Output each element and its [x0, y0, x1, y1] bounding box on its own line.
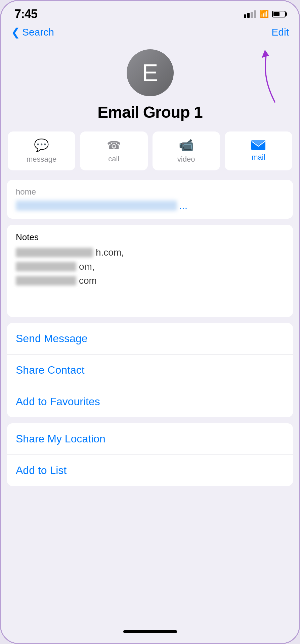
back-button[interactable]: ❮ Search: [11, 26, 54, 38]
edit-button[interactable]: Edit: [271, 26, 289, 38]
svg-rect-1: [251, 140, 265, 150]
share-contact-button[interactable]: Share Contact: [7, 355, 293, 386]
notes-line-3: com: [16, 275, 284, 286]
call-label: call: [108, 155, 119, 163]
home-label: home: [16, 187, 284, 197]
back-label: Search: [22, 26, 54, 38]
mail-label: mail: [252, 153, 265, 162]
email-blurred: [16, 201, 177, 211]
contact-name: Email Group 1: [97, 103, 202, 121]
chevron-left-icon: ❮: [11, 27, 20, 38]
notes-blurred-1: [16, 248, 93, 257]
video-icon: 📹: [179, 138, 194, 152]
call-button[interactable]: ☎ call: [80, 131, 147, 170]
add-favourites-button[interactable]: Add to Favourites: [7, 386, 293, 417]
avatar-letter: E: [142, 59, 158, 87]
battery-icon: [272, 11, 286, 17]
add-to-list-button[interactable]: Add to List: [7, 455, 293, 486]
notes-label: Notes: [16, 232, 284, 243]
notes-line-2: om,: [16, 261, 284, 272]
contact-section: E Email Group 1: [1, 43, 299, 131]
notes-suffix-1: h.com,: [96, 247, 124, 258]
notes-suffix-2: om,: [79, 261, 95, 272]
content-area: home ... Notes h.com,: [1, 177, 299, 624]
video-button[interactable]: 📹 video: [153, 131, 220, 170]
mail-button[interactable]: mail: [225, 131, 292, 170]
action-list-1: Send Message Share Contact Add to Favour…: [7, 323, 293, 417]
status-bar: 7:45 📶: [1, 1, 299, 24]
nav-bar: ❮ Search Edit: [1, 24, 299, 43]
status-icons: 📶: [244, 10, 286, 18]
wifi-icon: 📶: [260, 10, 269, 18]
status-time: 7:45: [14, 7, 37, 21]
notes-card: Notes h.com, om, com: [7, 225, 293, 317]
share-location-button[interactable]: Share My Location: [7, 423, 293, 455]
message-icon: 💬: [34, 138, 49, 152]
message-label: message: [27, 155, 56, 164]
mail-icon: [251, 140, 265, 150]
email-ellipsis: ...: [179, 200, 187, 211]
notes-suffix-3: com: [79, 275, 97, 286]
signal-icon: [244, 10, 256, 18]
message-button[interactable]: 💬 message: [8, 131, 75, 170]
phone-icon: ☎: [107, 139, 121, 152]
home-bar: [123, 630, 177, 633]
home-email-card: home ...: [7, 180, 293, 219]
video-label: video: [177, 155, 195, 164]
action-list-2: Share My Location Add to List: [7, 423, 293, 486]
home-indicator: [1, 624, 299, 643]
phone-frame: 7:45 📶 ❮ Search Edit: [0, 0, 300, 644]
avatar: E: [127, 49, 174, 96]
action-buttons-row: 💬 message ☎ call 📹 video mail: [1, 131, 299, 177]
home-email-value[interactable]: ...: [16, 200, 284, 211]
notes-blurred-2: [16, 262, 76, 271]
notes-line-1: h.com,: [16, 247, 284, 258]
notes-blurred-3: [16, 276, 76, 285]
send-message-button[interactable]: Send Message: [7, 323, 293, 355]
